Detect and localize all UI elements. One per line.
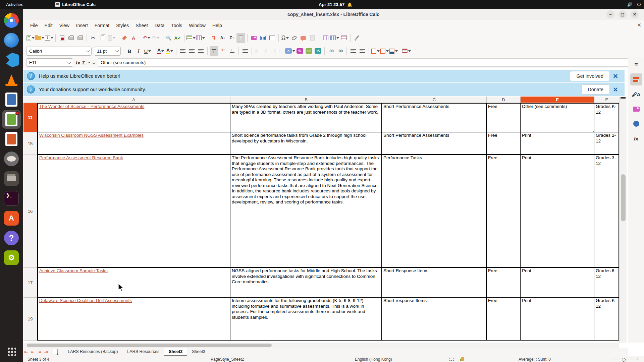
sidebar-navigator-icon[interactable] — [630, 118, 642, 130]
menu-format[interactable]: Format — [91, 21, 113, 29]
sum-icon[interactable]: Σ — [82, 60, 85, 65]
sheet-tab-sheet3[interactable]: Sheet3 — [187, 348, 210, 356]
focused-app-indicator[interactable]: LibreOffice Calc — [55, 2, 96, 7]
insert-comment-button[interactable] — [299, 33, 308, 43]
merge-center-button[interactable] — [254, 46, 263, 56]
dock-ubuntu-software-icon[interactable] — [2, 209, 21, 228]
dock-chrome-icon[interactable] — [2, 11, 21, 30]
cell-D16[interactable]: Free — [487, 155, 521, 268]
find-replace-button[interactable]: 🔍 — [164, 33, 173, 43]
sort-button[interactable]: ⇅ — [209, 33, 218, 43]
cell-F15[interactable]: Grades 2-12 — [594, 132, 619, 155]
highlight-color-button[interactable]: A — [165, 46, 174, 56]
special-character-button[interactable]: Ω — [281, 33, 289, 43]
cell-B19[interactable]: Interim assessments for the following gr… — [230, 298, 382, 341]
headers-footers-button[interactable] — [308, 33, 317, 43]
menu-sheet[interactable]: Sheet — [132, 21, 151, 29]
cell-A17[interactable]: Achieve Classroom Sample Tasks — [37, 268, 230, 298]
infobar-close-icon[interactable]: ✕ — [610, 72, 621, 80]
align-bottom-button[interactable] — [228, 46, 236, 56]
dock-vlc-icon[interactable] — [2, 70, 21, 89]
dock-vscode-icon[interactable] — [2, 51, 21, 69]
system-status-area[interactable]: 🔊 ⏻ — [627, 0, 641, 9]
menu-data[interactable]: Data — [151, 21, 168, 29]
cell-D17[interactable]: Free — [487, 268, 521, 298]
cell-E19[interactable]: Print — [521, 298, 594, 341]
menu-help[interactable]: Help — [209, 21, 225, 29]
cell-A15[interactable]: Wisconsin Classroom NGSS Assessment Exam… — [37, 132, 230, 155]
cell-D11[interactable]: Free — [487, 103, 521, 132]
close-document-button[interactable]: ✕ — [637, 22, 641, 28]
dock-impress-icon[interactable] — [2, 130, 21, 148]
print-preview-button[interactable] — [76, 33, 85, 43]
resource-link[interactable]: Wisconsin Classroom NGSS Assessment Exam… — [39, 133, 144, 138]
cell-C17[interactable]: Short-Response Items — [382, 268, 487, 298]
cell-A11[interactable]: The Wonder of Science - Performance Asse… — [37, 103, 230, 132]
wrap-text-button[interactable] — [241, 46, 250, 56]
scrollbar-split-handle[interactable] — [621, 97, 626, 99]
dock-files-icon[interactable] — [2, 169, 21, 188]
cell-C15[interactable]: Short Performance Assessments — [382, 132, 487, 155]
align-right-button[interactable] — [197, 46, 205, 56]
sidebar-styles-icon[interactable]: 🖌A — [630, 88, 642, 100]
unmerge-cells-button[interactable] — [272, 46, 281, 56]
insert-image-button[interactable] — [250, 33, 258, 43]
menu-edit[interactable]: Edit — [41, 21, 56, 29]
italic-button[interactable]: I — [134, 46, 143, 56]
sort-ascending-button[interactable]: A↓ — [218, 33, 227, 43]
cell-A16[interactable]: Performance Assessment Resource Bank — [37, 155, 230, 268]
dock-help-icon[interactable] — [2, 229, 21, 247]
sheet-tab-lars-resources-backup-[interactable]: LARS Resources (Backup) — [63, 348, 122, 356]
dock-settings-icon[interactable] — [2, 248, 21, 267]
cell-E11[interactable]: Other (see comments) — [521, 103, 594, 132]
get-involved-button[interactable]: Get involved — [570, 71, 610, 81]
language-label[interactable]: English (Hong Kong) — [355, 357, 392, 362]
font-size-combo[interactable]: 11 pt — [94, 47, 121, 56]
previous-sheet-icon[interactable]: ↞ — [31, 349, 35, 355]
new-document-button[interactable] — [26, 33, 35, 43]
grid-corner[interactable] — [23, 97, 37, 103]
print-area-button[interactable] — [321, 33, 330, 43]
copy-button[interactable] — [98, 33, 107, 43]
number-format-button[interactable]: 0.0 — [305, 46, 313, 56]
column-header-D[interactable]: D — [487, 97, 521, 103]
page-break-button[interactable] — [339, 33, 348, 43]
column-header-B[interactable]: B — [230, 97, 382, 103]
percent-format-button[interactable]: % — [296, 46, 304, 56]
underline-button[interactable]: U — [143, 46, 152, 56]
average-sum-label[interactable]: Average: ; Sum: 0 — [519, 357, 551, 362]
increase-indent-button[interactable] — [349, 46, 358, 56]
autofilter-button[interactable] — [236, 33, 245, 43]
add-sheet-icon[interactable] — [53, 349, 58, 355]
infobar-close-icon[interactable]: ✕ — [610, 86, 621, 94]
borders-button[interactable] — [371, 46, 380, 56]
decrease-indent-button[interactable] — [358, 46, 367, 56]
font-name-combo[interactable]: Calibri — [26, 47, 92, 56]
column-header-C[interactable]: C — [382, 97, 487, 103]
border-color-button[interactable] — [389, 46, 398, 56]
minimize-button[interactable]: – — [606, 10, 614, 18]
zoom-slider-thumb[interactable] — [622, 358, 626, 362]
open-button[interactable] — [35, 33, 44, 43]
menu-insert[interactable]: Insert — [73, 21, 91, 29]
column-header-A[interactable]: A — [37, 97, 230, 103]
align-left-button[interactable] — [178, 46, 187, 56]
merge-cells-button[interactable] — [263, 46, 272, 56]
name-box[interactable]: E11 — [26, 58, 73, 67]
show-applications-button[interactable] — [0, 342, 23, 361]
cell-B16[interactable]: The Performance Assessment Resource Bank… — [230, 155, 382, 268]
cell-B11[interactable]: Many SPAs created by teachers after work… — [230, 103, 382, 132]
first-sheet-icon[interactable]: ⇤ — [24, 349, 28, 355]
resource-link[interactable]: The Wonder of Science - Performance Asse… — [39, 104, 144, 109]
cell-E17[interactable]: Print — [521, 268, 594, 298]
cell-A19[interactable]: Delaware Science Coalition Unit Assessme… — [37, 298, 230, 341]
zoom-in-icon[interactable]: + — [636, 357, 638, 361]
horizontal-scrollbar[interactable] — [23, 343, 619, 348]
redo-button[interactable]: ↷ — [151, 33, 160, 43]
sidebar-gallery-icon[interactable] — [630, 103, 642, 115]
sidebar-properties-icon[interactable] — [630, 73, 642, 85]
maximize-button[interactable]: ▢ — [619, 10, 627, 18]
document-modified-icon[interactable] — [461, 357, 464, 362]
font-color-button[interactable]: A — [156, 46, 165, 56]
delete-decimal-button[interactable]: .00 — [336, 46, 344, 56]
